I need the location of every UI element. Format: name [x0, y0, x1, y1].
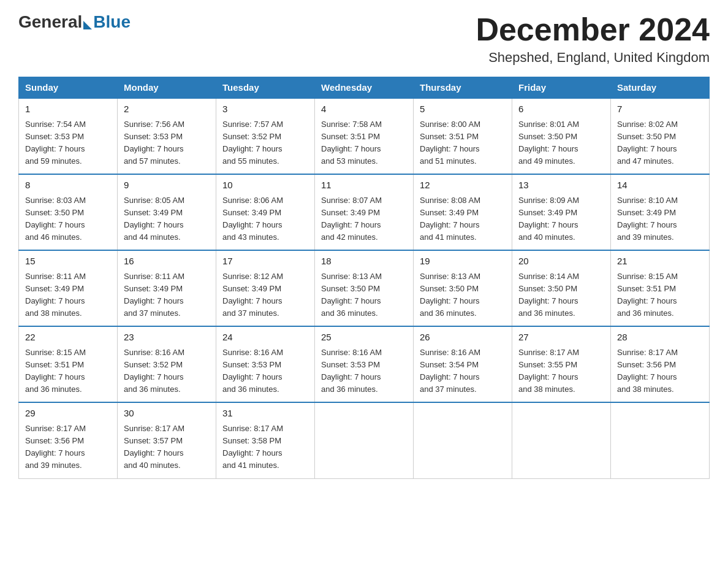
day-info: Sunrise: 7:56 AMSunset: 3:53 PMDaylight:… [124, 118, 210, 168]
day-number: 9 [124, 178, 210, 193]
day-number: 19 [420, 255, 506, 269]
calendar-day-cell: 17 Sunrise: 8:12 AMSunset: 3:49 PMDaylig… [216, 250, 315, 326]
day-number: 18 [321, 255, 407, 269]
day-info: Sunrise: 8:17 AMSunset: 3:56 PMDaylight:… [25, 423, 111, 472]
calendar-day-cell: 6 Sunrise: 8:01 AMSunset: 3:50 PMDayligh… [512, 98, 611, 174]
calendar-day-cell: 8 Sunrise: 8:03 AMSunset: 3:50 PMDayligh… [19, 174, 118, 250]
day-number: 6 [518, 102, 604, 117]
calendar-day-cell: 11 Sunrise: 8:07 AMSunset: 3:49 PMDaylig… [315, 174, 414, 250]
day-number: 13 [518, 178, 604, 193]
calendar-day-cell: 30 Sunrise: 8:17 AMSunset: 3:57 PMDaylig… [118, 402, 216, 478]
day-number: 2 [124, 102, 210, 117]
day-number: 4 [321, 102, 407, 117]
day-number: 30 [124, 407, 210, 421]
day-number: 17 [222, 255, 308, 269]
calendar-day-cell: 12 Sunrise: 8:08 AMSunset: 3:49 PMDaylig… [414, 174, 512, 250]
calendar-day-cell: 23 Sunrise: 8:16 AMSunset: 3:52 PMDaylig… [118, 326, 216, 402]
day-number: 14 [617, 178, 703, 193]
calendar-day-cell: 20 Sunrise: 8:14 AMSunset: 3:50 PMDaylig… [512, 250, 611, 326]
calendar-day-cell: 29 Sunrise: 8:17 AMSunset: 3:56 PMDaylig… [19, 402, 118, 478]
day-info: Sunrise: 8:05 AMSunset: 3:49 PMDaylight:… [124, 194, 210, 244]
day-number: 25 [321, 331, 407, 345]
day-info: Sunrise: 8:15 AMSunset: 3:51 PMDaylight:… [617, 270, 703, 320]
page-title: December 2024 [476, 12, 710, 47]
day-info: Sunrise: 8:08 AMSunset: 3:49 PMDaylight:… [420, 194, 506, 244]
logo-triangle-icon [83, 21, 92, 29]
day-info: Sunrise: 8:03 AMSunset: 3:50 PMDaylight:… [25, 194, 111, 244]
calendar-day-cell: 15 Sunrise: 8:11 AMSunset: 3:49 PMDaylig… [19, 250, 118, 326]
day-info: Sunrise: 8:16 AMSunset: 3:52 PMDaylight:… [124, 347, 210, 396]
logo-general-text: General [18, 12, 82, 32]
column-header-tuesday: Tuesday [216, 77, 315, 99]
day-number: 28 [617, 331, 703, 345]
day-info: Sunrise: 8:09 AMSunset: 3:49 PMDaylight:… [518, 194, 604, 244]
day-info: Sunrise: 8:10 AMSunset: 3:49 PMDaylight:… [617, 194, 703, 244]
calendar-day-cell: 27 Sunrise: 8:17 AMSunset: 3:55 PMDaylig… [512, 326, 611, 402]
day-number: 12 [420, 178, 506, 193]
day-info: Sunrise: 8:17 AMSunset: 3:55 PMDaylight:… [518, 347, 604, 396]
calendar-day-cell: 14 Sunrise: 8:10 AMSunset: 3:49 PMDaylig… [611, 174, 710, 250]
day-number: 22 [25, 331, 111, 345]
page-header: General Blue December 2024 Shepshed, Eng… [18, 12, 710, 66]
day-info: Sunrise: 8:17 AMSunset: 3:56 PMDaylight:… [617, 347, 703, 396]
day-number: 31 [222, 407, 308, 421]
day-info: Sunrise: 8:02 AMSunset: 3:50 PMDaylight:… [617, 118, 703, 168]
day-info: Sunrise: 8:13 AMSunset: 3:50 PMDaylight:… [420, 270, 506, 320]
page-subtitle: Shepshed, England, United Kingdom [476, 50, 710, 66]
day-info: Sunrise: 8:16 AMSunset: 3:53 PMDaylight:… [222, 347, 308, 396]
calendar-day-cell: 19 Sunrise: 8:13 AMSunset: 3:50 PMDaylig… [414, 250, 512, 326]
calendar-day-cell: 3 Sunrise: 7:57 AMSunset: 3:52 PMDayligh… [216, 98, 315, 174]
calendar-empty-cell [315, 402, 414, 478]
logo: General Blue [18, 12, 131, 32]
day-info: Sunrise: 8:06 AMSunset: 3:49 PMDaylight:… [222, 194, 308, 244]
day-number: 11 [321, 178, 407, 193]
day-info: Sunrise: 8:11 AMSunset: 3:49 PMDaylight:… [25, 270, 111, 320]
calendar-day-cell: 24 Sunrise: 8:16 AMSunset: 3:53 PMDaylig… [216, 326, 315, 402]
day-info: Sunrise: 8:17 AMSunset: 3:58 PMDaylight:… [222, 423, 308, 472]
day-info: Sunrise: 8:16 AMSunset: 3:53 PMDaylight:… [321, 347, 407, 396]
calendar-table: SundayMondayTuesdayWednesdayThursdayFrid… [18, 77, 710, 478]
calendar-day-cell: 10 Sunrise: 8:06 AMSunset: 3:49 PMDaylig… [216, 174, 315, 250]
calendar-day-cell: 13 Sunrise: 8:09 AMSunset: 3:49 PMDaylig… [512, 174, 611, 250]
calendar-day-cell: 28 Sunrise: 8:17 AMSunset: 3:56 PMDaylig… [611, 326, 710, 402]
calendar-empty-cell [611, 402, 710, 478]
calendar-empty-cell [414, 402, 512, 478]
calendar-day-cell: 9 Sunrise: 8:05 AMSunset: 3:49 PMDayligh… [118, 174, 216, 250]
calendar-day-cell: 2 Sunrise: 7:56 AMSunset: 3:53 PMDayligh… [118, 98, 216, 174]
calendar-day-cell: 7 Sunrise: 8:02 AMSunset: 3:50 PMDayligh… [611, 98, 710, 174]
calendar-day-cell: 4 Sunrise: 7:58 AMSunset: 3:51 PMDayligh… [315, 98, 414, 174]
calendar-week-row: 1 Sunrise: 7:54 AMSunset: 3:53 PMDayligh… [19, 98, 710, 174]
day-info: Sunrise: 8:15 AMSunset: 3:51 PMDaylight:… [25, 347, 111, 396]
day-number: 3 [222, 102, 308, 117]
day-number: 15 [25, 255, 111, 269]
day-number: 21 [617, 255, 703, 269]
day-info: Sunrise: 8:11 AMSunset: 3:49 PMDaylight:… [124, 270, 210, 320]
day-number: 24 [222, 331, 308, 345]
day-number: 7 [617, 102, 703, 117]
calendar-header-row: SundayMondayTuesdayWednesdayThursdayFrid… [19, 77, 710, 99]
day-info: Sunrise: 7:58 AMSunset: 3:51 PMDaylight:… [321, 118, 407, 168]
day-number: 1 [25, 102, 111, 117]
calendar-week-row: 8 Sunrise: 8:03 AMSunset: 3:50 PMDayligh… [19, 174, 710, 250]
day-number: 5 [420, 102, 506, 117]
calendar-week-row: 22 Sunrise: 8:15 AMSunset: 3:51 PMDaylig… [19, 326, 710, 402]
calendar-day-cell: 26 Sunrise: 8:16 AMSunset: 3:54 PMDaylig… [414, 326, 512, 402]
day-info: Sunrise: 8:17 AMSunset: 3:57 PMDaylight:… [124, 423, 210, 472]
calendar-day-cell: 5 Sunrise: 8:00 AMSunset: 3:51 PMDayligh… [414, 98, 512, 174]
calendar-day-cell: 1 Sunrise: 7:54 AMSunset: 3:53 PMDayligh… [19, 98, 118, 174]
column-header-sunday: Sunday [19, 77, 118, 99]
day-info: Sunrise: 8:01 AMSunset: 3:50 PMDaylight:… [518, 118, 604, 168]
calendar-empty-cell [512, 402, 611, 478]
day-info: Sunrise: 8:13 AMSunset: 3:50 PMDaylight:… [321, 270, 407, 320]
calendar-week-row: 29 Sunrise: 8:17 AMSunset: 3:56 PMDaylig… [19, 402, 710, 478]
day-number: 20 [518, 255, 604, 269]
day-info: Sunrise: 8:14 AMSunset: 3:50 PMDaylight:… [518, 270, 604, 320]
calendar-week-row: 15 Sunrise: 8:11 AMSunset: 3:49 PMDaylig… [19, 250, 710, 326]
calendar-day-cell: 21 Sunrise: 8:15 AMSunset: 3:51 PMDaylig… [611, 250, 710, 326]
day-number: 27 [518, 331, 604, 345]
column-header-monday: Monday [118, 77, 216, 99]
calendar-day-cell: 31 Sunrise: 8:17 AMSunset: 3:58 PMDaylig… [216, 402, 315, 478]
logo-blue-text: Blue [93, 12, 131, 32]
day-number: 29 [25, 407, 111, 421]
calendar-day-cell: 18 Sunrise: 8:13 AMSunset: 3:50 PMDaylig… [315, 250, 414, 326]
